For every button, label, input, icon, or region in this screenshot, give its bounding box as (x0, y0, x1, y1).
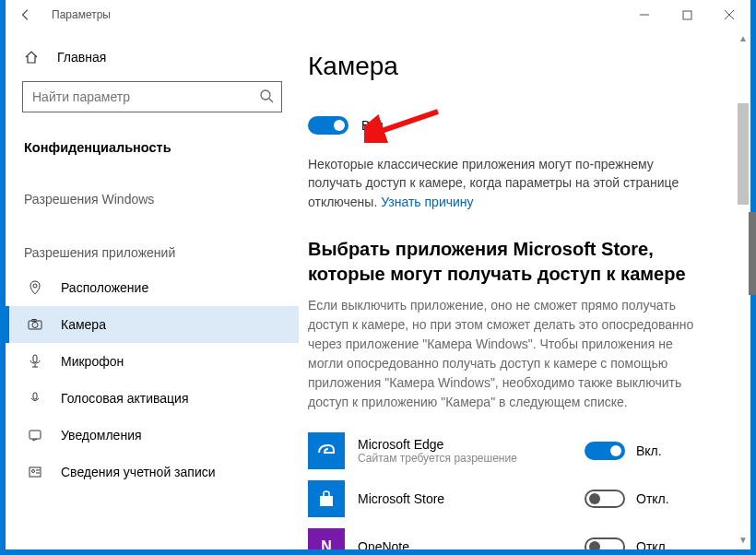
sidebar-home[interactable]: Главная (6, 41, 299, 74)
edge-icon (308, 432, 345, 469)
page-title: Камера (308, 52, 704, 81)
apps-heading: Выбрать приложения Microsoft Store, кото… (308, 237, 704, 287)
search-input[interactable] (32, 89, 259, 104)
svg-point-12 (32, 470, 35, 473)
svg-rect-11 (30, 467, 41, 477)
scroll-down-arrow[interactable]: ▼ (738, 535, 749, 546)
store-icon (308, 480, 345, 517)
svg-rect-1 (683, 11, 691, 19)
home-icon (24, 50, 41, 65)
svg-point-2 (261, 90, 270, 100)
titlebar: Параметры (6, 0, 750, 30)
sidebar-item-voice[interactable]: Голосовая активация (6, 380, 299, 417)
microphone-icon (28, 354, 44, 369)
settings-window: Параметры Главная Ко (6, 0, 750, 549)
sidebar-item-camera[interactable]: Камера (6, 306, 299, 343)
sidebar-item-label: Сведения учетной записи (61, 465, 216, 479)
app-row-store: Microsoft Store Откл. (308, 475, 704, 523)
sidebar-item-microphone[interactable]: Микрофон (6, 343, 299, 380)
sidebar-item-label: Камера (61, 317, 106, 332)
app-row-edge: Microsoft Edge Сайтам требуется разрешен… (308, 427, 704, 475)
svg-rect-10 (30, 431, 41, 439)
app-toggle-store[interactable] (585, 490, 625, 508)
sidebar-item-location[interactable]: Расположение (6, 269, 299, 306)
learn-why-link[interactable]: Узнать причину (381, 195, 473, 209)
sidebar-item-label: Голосовая активация (61, 391, 189, 406)
search-icon (259, 89, 274, 106)
camera-access-toggle[interactable] (308, 116, 348, 135)
camera-icon (28, 317, 44, 332)
apps-description: Если выключить приложение, оно не сможет… (308, 296, 704, 412)
maximize-button[interactable] (666, 0, 708, 30)
sidebar-item-label: Уведомления (61, 428, 142, 443)
svg-point-4 (33, 284, 37, 288)
voice-icon (28, 391, 44, 406)
svg-point-6 (32, 323, 38, 328)
sidebar-current-section: Конфиденциальность (6, 129, 299, 166)
content-area: Камера Вкл. Некоторые классические прило… (299, 30, 750, 549)
svg-rect-9 (33, 393, 37, 399)
sidebar-item-account[interactable]: Сведения учетной записи (6, 454, 299, 490)
sidebar-item-label: Расположение (61, 280, 148, 295)
back-button[interactable] (13, 2, 39, 28)
app-row-onenote: N OneNote Откл. (308, 523, 704, 549)
notifications-icon (28, 428, 44, 443)
toggle-state-label: Вкл. (636, 443, 662, 458)
app-subtitle: Сайтам требуется разрешение (358, 452, 572, 465)
sidebar-item-label: Микрофон (61, 354, 124, 369)
svg-rect-8 (33, 355, 37, 362)
sidebar-group-apps: Разрешения приложений (6, 236, 299, 269)
toggle-state-label: Откл. (636, 491, 669, 506)
toggle-state-label: Откл. (636, 539, 669, 549)
outer-scrollbar-thumb[interactable] (749, 212, 756, 295)
scrollbar-thumb[interactable] (738, 103, 749, 205)
minimize-button[interactable] (623, 0, 666, 30)
app-name: Microsoft Edge (358, 437, 572, 452)
account-icon (28, 465, 44, 479)
svg-rect-15 (320, 496, 333, 506)
sidebar: Главная Конфиденциальность Разрешения Wi… (6, 30, 299, 549)
window-title: Параметры (52, 8, 111, 21)
location-icon (28, 280, 44, 295)
search-box[interactable] (22, 81, 282, 112)
close-button[interactable] (708, 0, 750, 30)
app-toggle-edge[interactable] (585, 442, 625, 460)
camera-description: Некоторые классические приложения могут … (308, 155, 704, 211)
sidebar-group-windows: Разрешения Windows (6, 183, 299, 216)
toggle-label: Вкл. (361, 118, 387, 133)
svg-line-3 (269, 99, 273, 102)
app-toggle-onenote[interactable] (585, 537, 625, 549)
onenote-icon: N (308, 528, 345, 549)
sidebar-item-notifications[interactable]: Уведомления (6, 417, 299, 454)
app-name: OneNote (358, 539, 572, 549)
scroll-up-arrow[interactable]: ▲ (738, 33, 749, 44)
app-name: Microsoft Store (358, 491, 572, 506)
sidebar-home-label: Главная (57, 50, 106, 65)
